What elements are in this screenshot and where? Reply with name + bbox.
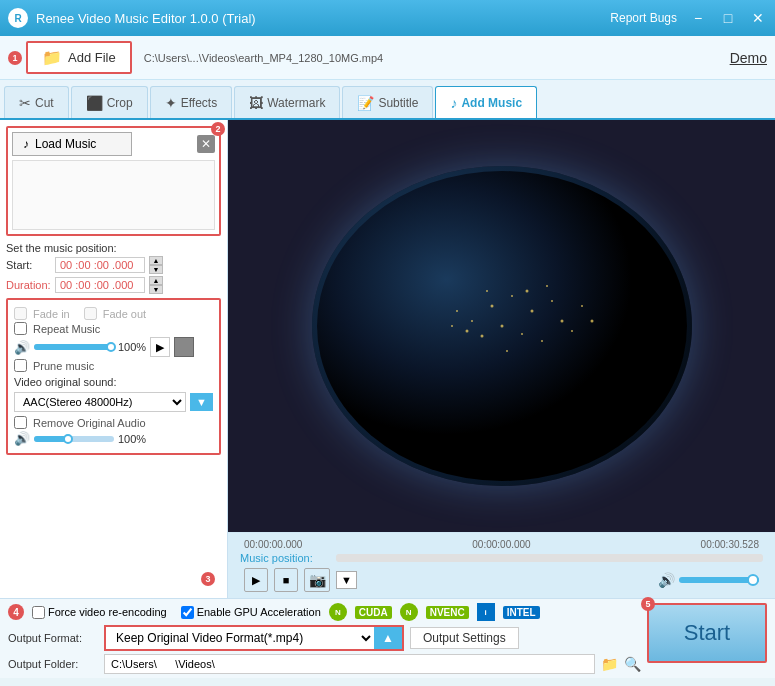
svg-point-17 [546,285,548,287]
duration-up[interactable]: ▲ [149,276,163,285]
music-play-button[interactable]: ▶ [150,337,170,357]
playback-controls: ▶ ■ 📷 ▼ 🔊 [240,568,763,592]
video-preview [312,166,692,486]
badge-3: 3 [201,572,215,586]
svg-point-19 [581,305,583,307]
play-button[interactable]: ▶ [244,568,268,592]
format-arrow-button[interactable]: ▲ [374,627,402,649]
svg-point-10 [541,340,543,342]
video-volume-icon: 🔊 [14,431,30,446]
intel-logo: i [477,603,495,621]
svg-point-20 [451,325,453,327]
tab-watermark[interactable]: 🖼 Watermark [234,86,340,118]
tab-cut[interactable]: ✂ Cut [4,86,69,118]
screenshot-button[interactable]: 📷 [304,568,330,592]
format-select[interactable]: Keep Original Video Format(*.mp4) [106,627,374,649]
badge-4: 4 [8,604,24,620]
prune-music-row: Prune music [14,359,213,372]
force-encoding-checkbox[interactable] [32,606,45,619]
effects-icon: ✦ [165,95,177,111]
search-folder-button[interactable]: 🔍 [624,656,641,672]
music-stop-button[interactable] [174,337,194,357]
nvidia-logo2: N [400,603,418,621]
repeat-music-checkbox[interactable] [14,322,27,335]
app-title: Renee Video Music Editor 1.0.0 (Trial) [36,11,256,26]
timeline-area: 00:00:00.000 00:00:00.000 00:00:30.528 M… [228,532,775,598]
prune-music-checkbox[interactable] [14,359,27,372]
speaker-icon: 🔊 [658,572,675,588]
bottom-bar: 4 Force video re-encoding Enable GPU Acc… [0,598,775,678]
duration-time-row: Duration: ▲ ▼ [6,276,221,294]
music-list [12,160,215,230]
fade-out-checkbox[interactable] [84,307,97,320]
close-music-button[interactable]: ✕ [197,135,215,153]
svg-point-15 [525,290,528,293]
remove-audio-row: Remove Original Audio [14,416,213,429]
toolbar: 1 📁 Add File C:\Users\...\Videos\earth_M… [0,36,775,80]
titlebar-right: Report Bugs − □ ✕ [610,9,767,27]
folder-row: Output Folder: 📁 🔍 [8,654,641,674]
badge-5: 5 [641,597,655,611]
badge-1: 1 [8,51,22,65]
file-path: C:\Users\...\Videos\earth_MP4_1280_10MG.… [144,52,726,64]
nvidia-logo: N [329,603,347,621]
load-music-section: ♪ Load Music ✕ [6,126,221,236]
maximize-button[interactable]: □ [719,9,737,27]
audio-format-row: AAC(Stereo 48000Hz) ▼ [14,392,213,412]
force-encoding-label[interactable]: Force video re-encoding [32,606,167,619]
duration-time-input[interactable] [55,277,145,293]
repeat-music-row: Repeat Music [14,322,213,335]
app-logo: R [8,8,28,28]
video-volume-track[interactable] [34,436,114,442]
tab-effects[interactable]: ✦ Effects [150,86,232,118]
svg-point-6 [471,320,473,322]
browse-folder-button[interactable]: 📁 [601,656,618,672]
volume-icon: 🔊 [14,340,30,355]
music-position-track[interactable] [336,554,763,562]
audio-format-select[interactable]: AAC(Stereo 48000Hz) [14,392,186,412]
gpu-accel-checkbox[interactable] [181,606,194,619]
playback-volume-slider[interactable] [679,577,759,583]
audio-format-arrow[interactable]: ▼ [190,393,213,411]
svg-point-9 [480,335,483,338]
start-time-input[interactable] [55,257,145,273]
output-settings-button[interactable]: Output Settings [410,627,519,649]
close-button[interactable]: ✕ [749,9,767,27]
svg-point-13 [571,330,573,332]
report-bugs-link[interactable]: Report Bugs [610,11,677,25]
svg-point-14 [506,350,508,352]
nav-tabs: ✂ Cut ⬛ Crop ✦ Effects 🖼 Watermark 📝 Sub… [0,80,775,120]
crop-icon: ⬛ [86,95,103,111]
add-file-button[interactable]: 📁 Add File [26,41,132,74]
fade-in-checkbox[interactable] [14,307,27,320]
video-volume-row: 🔊 100% [14,431,213,446]
start-time-up[interactable]: ▲ [149,256,163,265]
svg-point-3 [511,295,513,297]
svg-point-7 [500,325,503,328]
format-row: Output Format: Keep Original Video Forma… [8,625,641,651]
start-time-down[interactable]: ▼ [149,265,163,274]
svg-point-21 [590,320,593,323]
subtitle-icon: 📝 [357,95,374,111]
svg-point-8 [521,333,523,335]
stop-button[interactable]: ■ [274,568,298,592]
tab-subtitle[interactable]: 📝 Subtitle [342,86,433,118]
demo-link[interactable]: Demo [730,50,767,66]
minimize-button[interactable]: − [689,9,707,27]
tab-crop[interactable]: ⬛ Crop [71,86,148,118]
music-volume-track[interactable] [34,344,114,350]
remove-audio-checkbox[interactable] [14,416,27,429]
cut-icon: ✂ [19,95,31,111]
start-button[interactable]: Start [647,603,767,663]
dropdown-btn[interactable]: ▼ [336,571,357,589]
bottom-left: 4 Force video re-encoding Enable GPU Acc… [8,603,641,674]
load-music-button[interactable]: ♪ Load Music [12,132,132,156]
folder-path-input[interactable] [104,654,595,674]
svg-point-2 [490,305,493,308]
tab-add-music[interactable]: ♪ Add Music [435,86,537,118]
gpu-accel-label[interactable]: Enable GPU Acceleration [181,606,321,619]
watermark-icon: 🖼 [249,95,263,111]
duration-down[interactable]: ▼ [149,285,163,294]
encoding-row: 4 Force video re-encoding Enable GPU Acc… [8,603,641,621]
position-label: Set the music position: [6,242,221,254]
